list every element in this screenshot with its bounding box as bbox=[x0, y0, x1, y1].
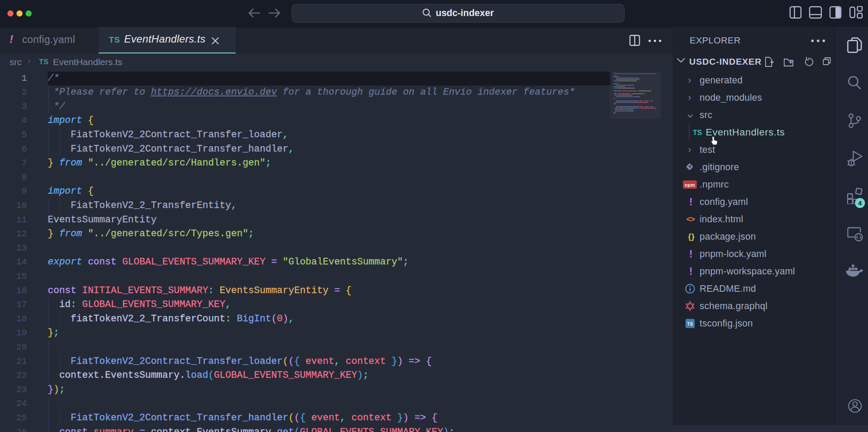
svg-text:npm: npm bbox=[685, 182, 695, 188]
svg-text:TS: TS bbox=[687, 321, 693, 326]
